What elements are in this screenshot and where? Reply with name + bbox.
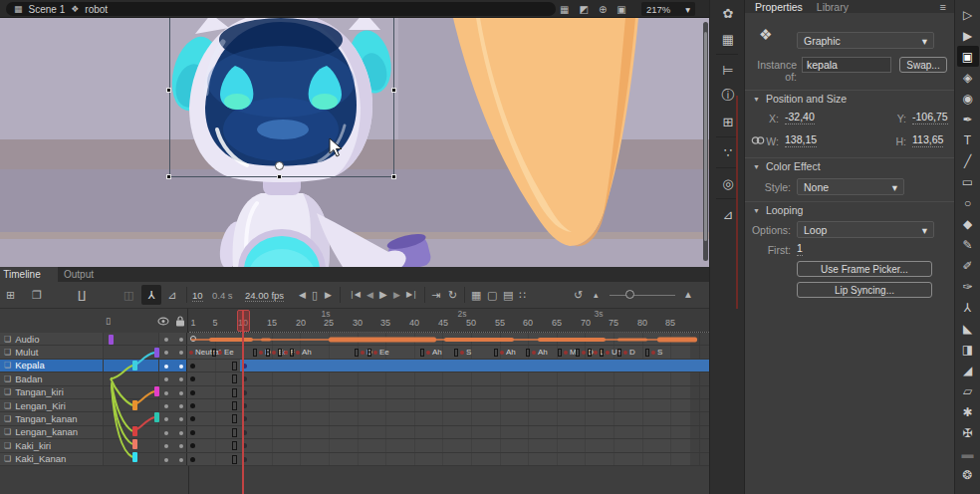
tab-timeline[interactable]: Timeline <box>0 267 58 282</box>
layer-name-cell[interactable]: ❏Kepala <box>0 360 104 371</box>
layer-parent-cell[interactable] <box>104 386 159 398</box>
eye-column-icon[interactable] <box>157 317 169 326</box>
polystar-tool[interactable]: ◆ <box>957 213 979 234</box>
y-value[interactable]: -106,75 <box>912 111 948 124</box>
playhead-line[interactable] <box>242 310 244 494</box>
layer-frames[interactable] <box>187 360 709 371</box>
paint-brush-tool[interactable]: ✐ <box>957 255 979 276</box>
frame-rate-field[interactable]: 24.00 fps <box>245 290 284 302</box>
free-transform-tool[interactable]: ▣ <box>957 46 979 67</box>
graph-editor-toggle[interactable]: ⊿ <box>167 288 176 302</box>
breadcrumb-scene[interactable]: Scene 1 <box>29 4 66 15</box>
w-value[interactable]: 138,15 <box>785 133 817 147</box>
classic-brush-tool[interactable]: ✑ <box>957 276 979 297</box>
layer-toggles[interactable] <box>159 453 187 465</box>
layer-parent-cell[interactable] <box>104 360 159 371</box>
tab-output[interactable]: Output <box>64 267 94 282</box>
info-icon[interactable]: ⓘ <box>710 83 746 109</box>
prev-keyframe-button[interactable]: ◀ <box>299 288 306 302</box>
hand-tool[interactable]: ❂ <box>957 464 979 485</box>
stage-canvas[interactable] <box>0 18 709 267</box>
layer-name-cell[interactable]: ❏Audio <box>0 333 104 345</box>
new-layer-button[interactable]: ⊞ <box>6 288 15 302</box>
layer-frames[interactable] <box>187 333 709 345</box>
layer-toggles[interactable] <box>159 360 187 371</box>
lip-syncing-button[interactable]: Lip Syncing... <box>797 282 932 298</box>
asset-warp-tool[interactable]: ✱ <box>957 401 979 422</box>
section-looping[interactable]: ▼ Looping <box>745 201 954 218</box>
zoom-level-select[interactable]: 217% ▾ <box>641 2 695 16</box>
canvas-vertical-scrollbar[interactable] <box>703 22 708 261</box>
reset-timeline-zoom-button[interactable]: ↺ <box>574 288 583 302</box>
rectangle-tool[interactable]: ▭ <box>957 171 979 192</box>
new-folder-button[interactable]: ❐ <box>32 288 42 302</box>
lock-column-icon[interactable] <box>175 316 185 327</box>
layer-row-kaki-kanan[interactable]: ❏Kaki_Kanan <box>0 453 709 466</box>
layer-toggles[interactable] <box>159 346 187 358</box>
layer-row-lengan-kanan[interactable]: ❏Lengan_kanan <box>0 426 709 439</box>
breadcrumb-symbol[interactable]: robot <box>85 4 108 15</box>
onion-outline-button[interactable]: ▢ <box>487 288 497 302</box>
layer-row-kaki-kiri[interactable]: ❏Kaki_kiri <box>0 439 709 452</box>
next-keyframe-button[interactable]: ▶ <box>325 288 332 302</box>
section-color-effect[interactable]: ▼ Color Effect <box>745 157 954 174</box>
creative-cloud-icon[interactable]: ◎ <box>710 170 746 196</box>
step-forward-button[interactable]: ▶ <box>393 288 400 302</box>
frame-size-slider[interactable] <box>610 295 675 296</box>
swatches-icon[interactable]: ▦ <box>710 26 746 52</box>
text-tool[interactable]: T <box>957 129 979 150</box>
layer-toggles[interactable] <box>159 426 187 438</box>
selection-handle-bottom-right[interactable] <box>391 174 396 179</box>
symbol-type-select[interactable]: Graphic ▾ <box>797 32 934 49</box>
pen-tool[interactable]: ✒ <box>957 109 979 129</box>
layer-parent-cell[interactable] <box>104 333 159 345</box>
layer-toggles[interactable] <box>159 386 187 398</box>
layer-parent-cell[interactable] <box>104 426 159 438</box>
subselection-tool[interactable]: ▶ <box>957 25 979 46</box>
selection-handle-bottom[interactable] <box>277 174 282 179</box>
layer-parent-cell[interactable] <box>104 372 159 384</box>
layer-name-cell[interactable]: ❏Lengan_Kiri <box>0 399 104 411</box>
edit-symbols-icon[interactable]: ◩ <box>579 4 588 15</box>
paint-bucket-tool[interactable]: ◣ <box>957 318 979 339</box>
frame-size-slider-thumb[interactable] <box>625 290 634 299</box>
modify-markers-button[interactable]: ∷ <box>519 288 526 302</box>
layer-parent-cell[interactable] <box>104 399 159 411</box>
tab-library[interactable]: Library <box>817 1 849 13</box>
layer-toggles[interactable] <box>159 412 187 424</box>
loop-playback-button[interactable]: ↻ <box>448 288 457 302</box>
first-frame-value[interactable]: 1 <box>797 242 803 256</box>
current-frame-field[interactable]: 10 <box>192 290 203 302</box>
selected-frame-span[interactable] <box>240 360 709 371</box>
layer-row-badan[interactable]: ❏Badan <box>0 372 709 385</box>
edit-multiple-frames-button[interactable]: ▤ <box>503 288 513 302</box>
layer-frames[interactable] <box>187 453 709 465</box>
x-value[interactable]: -32,40 <box>785 111 815 124</box>
gradient-transform-tool[interactable]: ◈ <box>957 67 979 88</box>
layer-toggles[interactable] <box>159 439 187 451</box>
go-last-frame-button[interactable]: ▶❘ <box>406 288 417 302</box>
transform-icon[interactable]: ⊞ <box>710 109 746 134</box>
color-style-select[interactable]: None ▾ <box>797 178 904 195</box>
layer-row-tangan-kiri[interactable]: ❏Tangan_kiri <box>0 386 709 399</box>
selection-handle-right[interactable] <box>391 88 396 93</box>
zoom-in-frames-icon[interactable]: ▲ <box>683 288 693 302</box>
loop-options-select[interactable]: Loop ▾ <box>797 221 934 238</box>
center-stage-icon[interactable]: ⊕ <box>599 4 607 15</box>
clip-content-icon[interactable]: ▣ <box>616 4 625 15</box>
playhead[interactable] <box>237 310 250 332</box>
brush-library-icon[interactable]: ∵ <box>710 139 746 165</box>
go-first-frame-button[interactable]: ❘◀ <box>349 288 360 302</box>
layer-name-cell[interactable]: ❏Mulut <box>0 346 104 358</box>
history-icon[interactable]: ⊿ <box>710 201 746 227</box>
step-back-button[interactable]: ◀ <box>367 288 373 302</box>
layer-name-cell[interactable]: ❏Lengan_kanan <box>0 426 104 438</box>
camera-tool[interactable]: ▬ <box>957 443 979 464</box>
puppet-pin-tool[interactable]: ✠ <box>957 422 979 443</box>
zoom-out-frames-icon[interactable]: ▴ <box>594 288 599 302</box>
edit-scene-icon[interactable]: ▦ <box>560 4 569 15</box>
oval-tool[interactable]: ○ <box>957 192 979 213</box>
instance-name-field[interactable] <box>802 57 891 73</box>
lasso-tool[interactable]: ◉ <box>957 88 979 109</box>
layer-frames[interactable] <box>187 412 709 424</box>
